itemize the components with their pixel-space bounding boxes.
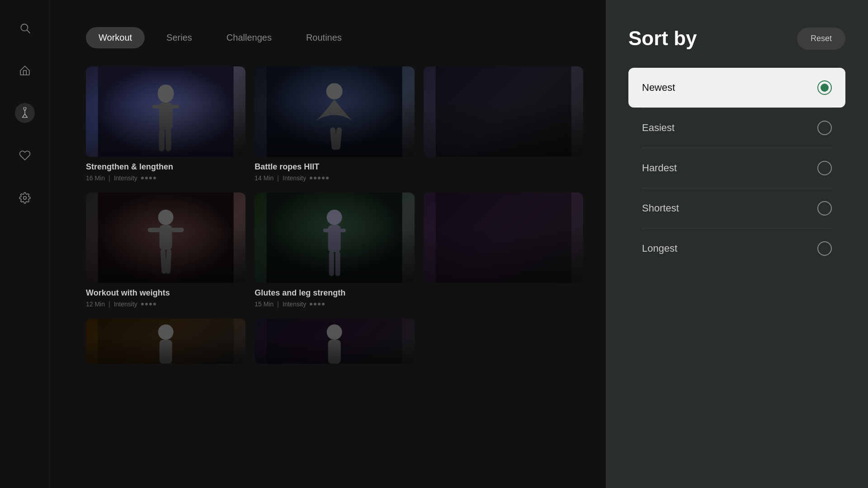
svg-rect-29 [329, 251, 334, 276]
svg-point-25 [327, 210, 342, 225]
sidebar [0, 0, 50, 488]
sort-option-label-newest: Newest [642, 82, 675, 94]
svg-rect-28 [339, 229, 346, 232]
reset-button[interactable]: Reset [797, 28, 845, 50]
sort-option-hardest[interactable]: Hardest [628, 148, 845, 188]
radio-shortest [817, 201, 832, 216]
workout-thumbnail [424, 66, 583, 157]
sort-options: Newest Easiest Hardest Shortest Longest [628, 68, 845, 268]
home-icon[interactable] [15, 61, 35, 80]
intensity-dots [310, 177, 329, 179]
workout-icon[interactable] [15, 103, 35, 123]
intensity-dots [310, 303, 325, 305]
workout-grid: Strengthen & lengthen 16 Min | Intensity [86, 66, 583, 364]
workout-duration: 16 Min [86, 174, 105, 182]
workout-duration: 14 Min [255, 174, 274, 182]
svg-rect-22 [160, 249, 167, 274]
sort-panel: Sort by Reset Newest Easiest Hardest Sho… [606, 0, 868, 488]
workout-thumbnail [86, 319, 245, 364]
sort-option-shortest[interactable]: Shortest [628, 188, 845, 228]
workout-duration: 15 Min [255, 300, 274, 308]
svg-rect-23 [165, 249, 172, 274]
workout-card[interactable]: Workout with weights 12 Min | Intensity [86, 192, 245, 310]
main-content: Workout Series Challenges Routines [50, 0, 606, 488]
svg-rect-5 [98, 66, 234, 157]
svg-point-13 [326, 83, 343, 99]
radio-hardest [817, 161, 832, 175]
sort-option-longest[interactable]: Longest [628, 229, 845, 268]
svg-point-6 [158, 84, 174, 103]
svg-rect-35 [267, 319, 402, 364]
svg-rect-30 [335, 251, 340, 276]
svg-rect-14 [330, 127, 337, 150]
separator: | [277, 300, 279, 308]
tab-series[interactable]: Series [154, 27, 205, 48]
workout-info: Battle ropes HIIT 14 Min | Intensity [255, 157, 414, 183]
workout-info [424, 157, 583, 167]
radio-easiest [817, 121, 832, 135]
tabs: Workout Series Challenges Routines [86, 27, 583, 48]
svg-rect-24 [267, 192, 402, 283]
search-icon[interactable] [15, 18, 35, 38]
favorites-icon[interactable] [15, 145, 35, 165]
radio-newest [817, 80, 832, 95]
workout-card[interactable]: Glutes and leg strength 15 Min | Intensi… [255, 192, 414, 310]
workout-info: Glutes and leg strength 15 Min | Intensi… [255, 283, 414, 310]
svg-rect-27 [323, 229, 330, 232]
workout-info [424, 283, 583, 293]
workout-meta: 14 Min | Intensity [255, 174, 414, 182]
svg-rect-11 [166, 129, 171, 151]
svg-rect-10 [159, 129, 165, 151]
workout-thumbnail [255, 319, 414, 364]
separator: | [277, 174, 279, 182]
svg-rect-19 [160, 225, 172, 250]
svg-rect-8 [152, 105, 160, 108]
intensity-dots [141, 177, 156, 179]
workout-card-partial[interactable] [424, 192, 583, 310]
svg-rect-32 [98, 319, 234, 364]
workout-card[interactable]: Battle ropes HIIT 14 Min | Intensity [255, 66, 414, 183]
svg-rect-21 [171, 228, 184, 232]
workout-card-bottom[interactable] [86, 319, 245, 364]
intensity-label: Intensity [283, 300, 306, 308]
workout-meta: 15 Min | Intensity [255, 300, 414, 308]
workout-title: Glutes and leg strength [255, 288, 414, 298]
svg-line-1 [27, 30, 29, 33]
settings-icon[interactable] [15, 188, 35, 208]
workout-thumbnail [86, 192, 245, 283]
workout-info: Workout with weights 12 Min | Intensity [86, 283, 245, 310]
sort-option-label-shortest: Shortest [642, 202, 679, 214]
svg-rect-34 [160, 340, 172, 364]
workout-card-bottom[interactable] [255, 319, 414, 364]
sort-option-easiest[interactable]: Easiest [628, 108, 845, 148]
intensity-label: Intensity [114, 300, 137, 308]
sort-option-label-longest: Longest [642, 243, 677, 254]
svg-rect-26 [328, 225, 341, 252]
workout-card[interactable]: Strengthen & lengthen 16 Min | Intensity [86, 66, 245, 183]
sort-option-label-easiest: Easiest [642, 122, 675, 134]
sort-header: Sort by Reset [628, 27, 845, 50]
svg-point-18 [158, 210, 174, 225]
separator: | [108, 300, 110, 308]
svg-point-4 [23, 197, 26, 200]
radio-longest [817, 241, 832, 256]
intensity-label: Intensity [283, 174, 306, 182]
workout-thumbnail [86, 66, 245, 157]
sort-option-newest[interactable]: Newest [628, 68, 845, 108]
tab-routines[interactable]: Routines [293, 27, 354, 48]
svg-point-33 [158, 324, 174, 340]
svg-rect-31 [435, 192, 571, 283]
svg-rect-7 [159, 103, 173, 130]
workout-card-partial[interactable] [424, 66, 583, 183]
sort-option-label-hardest: Hardest [642, 162, 677, 174]
svg-point-0 [21, 24, 28, 31]
intensity-dots [141, 303, 156, 305]
workout-title: Battle ropes HIIT [255, 162, 414, 172]
tab-workout[interactable]: Workout [86, 27, 145, 48]
tab-challenges[interactable]: Challenges [214, 27, 284, 48]
workout-thumbnail [424, 192, 583, 283]
svg-rect-9 [171, 105, 179, 108]
sort-title: Sort by [628, 27, 697, 50]
workout-meta: 16 Min | Intensity [86, 174, 245, 182]
workout-title: Strengthen & lengthen [86, 162, 245, 172]
